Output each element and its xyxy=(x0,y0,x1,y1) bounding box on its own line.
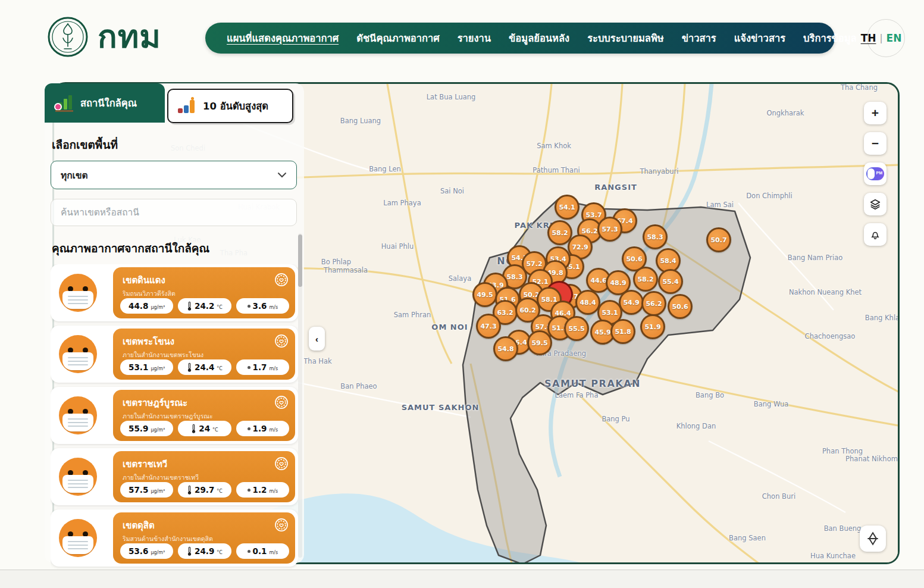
station-marker[interactable]: 51.9 xyxy=(640,314,665,339)
nav-item[interactable]: ระบบระบายมลพิษ xyxy=(587,30,664,46)
nav-item[interactable]: แจ้งข่าวสาร xyxy=(734,30,785,46)
station-marker[interactable]: 57.3 xyxy=(597,217,622,242)
pm25-pill: 53.6µg/m³ xyxy=(120,543,173,559)
marker-value: 53.7 xyxy=(585,211,602,219)
station-marker[interactable]: 51.8 xyxy=(610,319,635,344)
toggle-switch-icon: PM xyxy=(866,167,884,180)
zoom-out-button[interactable]: − xyxy=(864,132,887,155)
pm-layer-toggle[interactable]: PM xyxy=(864,162,887,185)
mask-face-emoji-icon xyxy=(59,458,97,496)
compass-icon xyxy=(865,531,881,546)
wind-value: 3.6 xyxy=(253,301,267,311)
tab-stations-near-you[interactable]: สถานีใกล้คุณ xyxy=(45,83,165,123)
station-marker[interactable]: 54.8 xyxy=(493,336,518,361)
brand-logo[interactable]: กทม xyxy=(46,15,161,58)
badge-shield-icon xyxy=(274,395,289,410)
nav-item[interactable]: ดัชนีคุณภาพอากาศ xyxy=(356,30,439,46)
station-marker[interactable]: 59.5 xyxy=(527,330,552,355)
marker-value: 55.4 xyxy=(662,278,678,286)
top10-bar-chart-icon xyxy=(177,97,197,115)
badge-shield-icon xyxy=(274,333,289,349)
marker-value: 59.5 xyxy=(531,339,547,347)
station-marker[interactable]: 56.2 xyxy=(641,291,666,316)
marker-value: 48.4 xyxy=(580,299,596,306)
station-marker[interactable]: 58.3 xyxy=(643,224,668,249)
layers-button[interactable] xyxy=(864,193,887,215)
station-metrics: 53.1µg/m³24.4°C1.7m/s xyxy=(120,359,289,375)
marker-value: 45.9 xyxy=(594,329,610,336)
marker-value: 53.1 xyxy=(602,309,618,317)
nav-item[interactable]: รายงาน xyxy=(458,30,491,46)
marker-value: 72.9 xyxy=(572,243,588,251)
station-marker[interactable]: 49.5 xyxy=(472,282,497,307)
wind-pill: 3.6m/s xyxy=(236,298,289,314)
wind-icon xyxy=(248,550,250,553)
scrollbar-thumb[interactable] xyxy=(298,234,302,287)
station-marker[interactable]: 54.9 xyxy=(619,290,644,315)
station-card[interactable]: เขตพระโขนงภายในสำนักงานเขตพระโขนง53.1µg/… xyxy=(51,326,298,383)
temperature-value: 24.2 xyxy=(195,301,214,311)
marker-value: 47.3 xyxy=(480,323,496,330)
wind-icon xyxy=(248,366,250,369)
badge-shield-icon xyxy=(274,272,289,290)
marker-value: 55.5 xyxy=(568,325,584,333)
marker-value: 57.2 xyxy=(526,260,542,268)
station-metrics: 53.6µg/m³24.9°C0.1m/s xyxy=(120,543,289,559)
nav-item[interactable]: ข่าวสาร xyxy=(682,30,716,46)
badge-shield-icon xyxy=(274,272,289,287)
station-marker[interactable]: 48.4 xyxy=(575,290,600,315)
sidebar-collapse-button[interactable]: ‹ xyxy=(309,327,325,351)
marker-value: 51.8 xyxy=(615,328,631,336)
station-metrics: 57.5µg/m³29.7°C1.2m/s xyxy=(120,482,289,498)
marker-value: 60.2 xyxy=(519,306,535,314)
marker-value: 49.5 xyxy=(477,291,493,299)
marker-value: 48.9 xyxy=(610,279,626,287)
stations-list: เขตดินแดงริมถนนวิภาวดีรังสิต44.8µg/m³24.… xyxy=(51,264,298,574)
compass-button[interactable] xyxy=(860,526,886,552)
station-marker[interactable]: 55.4 xyxy=(658,269,683,294)
station-chart-pin-icon xyxy=(54,94,74,112)
badge-shield-icon xyxy=(274,395,289,412)
station-marker[interactable]: 54.1 xyxy=(555,195,580,220)
tab-top10-highest[interactable]: 10 อันดับสูงสุด xyxy=(167,89,293,123)
district-dropdown[interactable]: ทุกเขต xyxy=(51,161,297,189)
temperature-value: 24.9 xyxy=(195,546,214,556)
temperature-pill: 29.7°C xyxy=(178,482,231,498)
sidebar-tabs: สถานีใกล้คุณ 10 อันดับสูงสุด xyxy=(51,83,298,126)
nav-item[interactable]: ข้อมูลย้อนหลัง xyxy=(509,30,569,46)
wind-icon xyxy=(248,489,250,492)
wind-value: 1.9 xyxy=(253,424,267,433)
search-input[interactable] xyxy=(51,199,297,226)
wind-unit: m/s xyxy=(269,305,278,310)
temperature-pill: 24.4°C xyxy=(178,359,231,375)
stations-list-heading: คุณภาพอากาศจากสถานีใกล้คุณ xyxy=(52,239,298,257)
temperature-value: 24 xyxy=(199,424,210,433)
station-location: ริมถนนวิภาวดีรังสิต xyxy=(123,289,283,299)
nav-item[interactable]: บริการข้อมูล xyxy=(803,30,857,46)
station-card[interactable]: เขตดุสิตริมสวนด้านข้างสำนักงานเขตดุสิต53… xyxy=(51,509,298,567)
station-location: ภายในสำนักงานเขตราชเทวี xyxy=(123,473,283,483)
wind-value: 1.2 xyxy=(253,485,267,495)
bell-icon xyxy=(869,229,881,240)
station-marker[interactable]: 50.6 xyxy=(668,294,693,319)
wind-icon xyxy=(248,427,250,430)
station-marker[interactable]: 58.2 xyxy=(633,267,658,292)
station-marker[interactable]: 50.7 xyxy=(706,227,731,252)
chevron-down-icon xyxy=(277,172,287,178)
station-card[interactable]: เขตราษฎร์บูรณะภายในสำนักงานเขตราษฎร์บูรณ… xyxy=(51,387,298,444)
station-card[interactable]: เขตดินแดงริมถนนวิภาวดีรังสิต44.8µg/m³24.… xyxy=(51,264,298,321)
zoom-in-button[interactable]: + xyxy=(864,102,887,124)
station-info-box: เขตดินแดงริมถนนวิภาวดีรังสิต44.8µg/m³24.… xyxy=(113,267,295,318)
station-marker[interactable]: 47.3 xyxy=(476,314,501,339)
marker-value: 44.6 xyxy=(590,277,606,284)
nav-item[interactable]: แผนที่แสดงคุณภาพอากาศ xyxy=(227,30,339,46)
select-area-label: เลือกเขตพื้นที่ xyxy=(52,136,298,154)
station-card[interactable]: เขตราชเทวีภายในสำนักงานเขตราชเทวี57.5µg/… xyxy=(51,448,298,505)
thermometer-icon xyxy=(187,301,192,311)
tab-label: 10 อันดับสูงสุด xyxy=(203,98,268,114)
station-district-name: เขตดุสิต xyxy=(123,518,287,533)
station-marker[interactable]: 55.5 xyxy=(564,316,589,341)
wind-unit: m/s xyxy=(269,550,278,555)
alerts-button[interactable] xyxy=(864,223,887,246)
marker-value: 51.9 xyxy=(644,323,660,331)
